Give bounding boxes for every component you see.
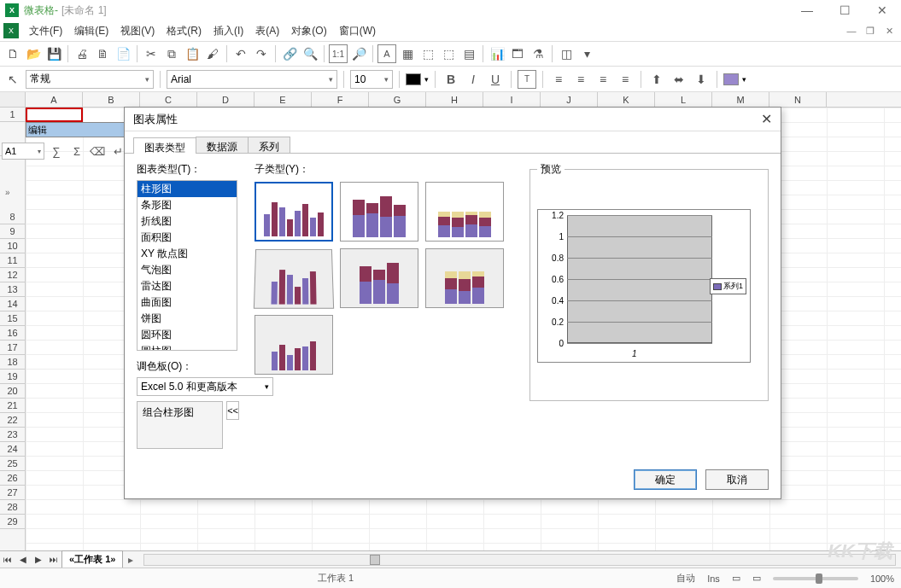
select-icon[interactable]: ⬚ [418,44,437,63]
col-header[interactable]: K [598,92,655,107]
valign-bot-icon[interactable]: ⬇ [692,70,711,89]
textbox-icon[interactable]: 1:1 [329,44,348,63]
sheet-first-icon[interactable]: ⏮ [0,552,15,568]
row-header[interactable]: 22 [0,413,25,428]
horizontal-scrollbar[interactable] [143,554,896,566]
col-header[interactable]: E [255,92,312,107]
app-menu-icon[interactable]: X [3,23,19,38]
fx-clear-icon[interactable]: ⌫ [89,143,106,160]
mdi-minimize-button[interactable]: ― [845,24,858,38]
row-header[interactable]: 16 [0,326,25,341]
find-icon[interactable]: 🔍 [301,44,319,63]
align-left-icon[interactable]: ≡ [549,70,568,89]
row-header[interactable]: 1 [0,108,25,122]
align-justify-icon[interactable]: ≡ [616,70,635,89]
subtype-thumb-1[interactable] [255,182,333,242]
col-header[interactable]: L [655,92,712,107]
menu-edit[interactable]: 编辑(E) [69,22,114,40]
col-header[interactable]: N [769,92,827,107]
menu-file[interactable]: 文件(F) [24,22,67,40]
link-icon[interactable]: 🔗 [280,44,299,63]
undo-icon[interactable]: ↶ [231,44,250,63]
open-icon[interactable]: 📂 [24,44,43,63]
col-header[interactable]: M [712,92,769,107]
style-combo[interactable]: 常规▾ [26,70,154,89]
subtype-thumb-5[interactable] [340,248,418,308]
zoom-icon[interactable]: 🔎 [349,44,368,63]
col-header[interactable]: J [541,92,598,107]
chart-type-item[interactable]: 气泡图 [137,262,237,278]
col-header[interactable]: I [483,92,541,107]
menu-view[interactable]: 视图(V) [115,22,160,40]
3d-icon[interactable]: ◫ [557,44,576,63]
menu-insert[interactable]: 插入(I) [208,22,249,40]
chart-type-item[interactable]: 圆柱图 [137,343,237,351]
chart-type-item[interactable]: 折线图 [137,213,237,230]
filter-icon[interactable]: ⚗ [529,44,547,63]
chart-type-item[interactable]: XY 散点图 [137,246,237,262]
chart-type-item[interactable]: 饼图 [137,311,237,327]
size-combo[interactable]: 10▾ [350,70,393,89]
format-painter-icon[interactable]: 🖌 [203,44,222,63]
menu-window[interactable]: 窗口(W) [334,22,381,40]
row-header[interactable]: 14 [0,297,25,311]
grid-icon[interactable]: ▦ [398,44,417,63]
row-header[interactable]: 26 [0,471,25,486]
sheet-tab[interactable]: «工作表 1» [61,550,123,568]
col-header[interactable]: B [83,92,140,107]
chart-type-item[interactable]: 曲面图 [137,294,237,311]
redo-icon[interactable]: ↷ [252,44,271,63]
font-color-swatch[interactable] [406,73,421,85]
bold-icon[interactable]: B [442,70,460,89]
chart-type-item[interactable]: 雷达图 [137,278,237,294]
underline-icon[interactable]: U [486,70,505,89]
col-header[interactable]: A [26,92,83,107]
row-header[interactable]: 28 [0,500,25,515]
active-cell[interactable] [26,108,83,122]
valign-top-icon[interactable]: ⬆ [647,70,666,89]
row-header[interactable]: 29 [0,515,25,529]
add-sheet-icon[interactable]: ▸ [123,554,138,566]
page-setup-icon[interactable]: 📄 [114,44,132,63]
row-header[interactable]: 20 [0,384,25,399]
select-all-corner[interactable] [0,92,26,107]
chart-type-item[interactable]: 条形图 [137,197,237,213]
mdi-close-button[interactable]: ✕ [882,24,896,38]
tab-data-source[interactable]: 数据源 [196,137,249,153]
font-combo[interactable]: Arial▾ [167,70,337,89]
subtype-thumb-6[interactable] [425,248,504,308]
row-header[interactable]: 12 [0,268,25,282]
dialog-close-icon[interactable]: ✕ [761,111,772,127]
row-header[interactable]: 27 [0,486,25,500]
save-icon[interactable]: 💾 [44,44,63,63]
new-icon[interactable]: 🗋 [3,44,22,63]
menu-format[interactable]: 格式(R) [161,22,207,40]
row-header[interactable]: 9 [0,224,25,239]
row-header[interactable]: 21 [0,399,25,413]
col-header[interactable]: H [426,92,483,107]
tab-series[interactable]: 系列 [248,137,290,153]
name-box[interactable]: A1▾ [2,143,44,160]
collapse-button[interactable]: << [226,401,239,420]
pointer-icon[interactable]: ↖ [3,70,22,89]
collapse-chevrons[interactable]: » [5,188,10,197]
sheet-prev-icon[interactable]: ◀ [15,552,31,568]
valign-mid-icon[interactable]: ⬌ [670,70,688,89]
print-preview-icon[interactable]: 🗎 [93,44,112,63]
freeze-icon[interactable]: ▤ [459,44,478,63]
select2-icon[interactable]: ⬚ [439,44,458,63]
align-right-icon[interactable]: ≡ [594,70,612,89]
fx-sum-icon[interactable]: Σ [68,143,85,160]
close-button[interactable]: ✕ [863,0,901,20]
fx-sigma-icon[interactable]: ∑ [48,143,65,160]
row-header[interactable]: 10 [0,239,25,253]
chart-icon[interactable]: 📊 [488,44,506,63]
menu-object[interactable]: 对象(O) [286,22,331,40]
col-header[interactable]: G [369,92,426,107]
subtype-thumb-2[interactable] [340,182,418,242]
italic-icon[interactable]: I [464,70,483,89]
col-header[interactable]: F [312,92,369,107]
minimize-button[interactable]: ― [788,0,826,20]
row-header[interactable]: 8 [0,210,25,224]
subtype-thumb-7[interactable] [255,315,333,375]
